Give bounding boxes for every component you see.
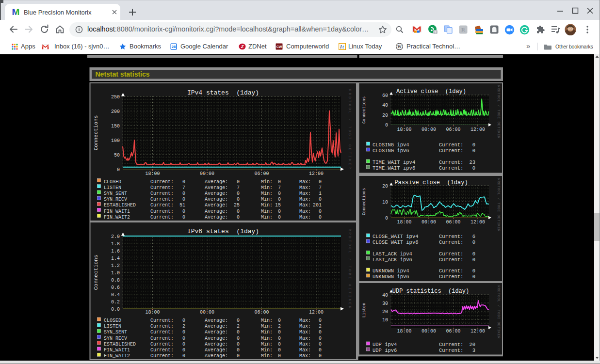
svg-text:200: 200 — [111, 109, 120, 114]
svg-text:Min:: Min: — [261, 353, 273, 359]
svg-text:l: l — [341, 44, 342, 49]
svg-text:Current:: Current: — [150, 191, 174, 196]
svg-text:Netstat statistics: Netstat statistics — [96, 70, 150, 78]
svg-text:FIN_WAIT2: FIN_WAIT2 — [104, 215, 130, 220]
svg-text:0.0: 0.0 — [111, 307, 120, 312]
svg-text:0: 0 — [182, 348, 185, 353]
svg-text:Current:: Current: — [439, 159, 463, 165]
svg-text:Max:: Max: — [299, 203, 311, 208]
svg-text:Max:: Max: — [299, 336, 311, 341]
svg-text:FIN_WAIT1: FIN_WAIT1 — [104, 348, 130, 353]
svg-text:Min:: Min: — [261, 348, 273, 353]
svg-text:Max:: Max: — [299, 185, 311, 190]
svg-text:Min:: Min: — [261, 209, 273, 214]
svg-text:Average:: Average: — [205, 203, 228, 208]
svg-text:SYN_SENT: SYN_SENT — [104, 191, 127, 196]
svg-text:Current:: Current: — [439, 268, 463, 274]
svg-text:Current:: Current: — [150, 197, 174, 202]
svg-text:00:00: 00:00 — [200, 171, 214, 176]
svg-text:06:00: 06:00 — [254, 310, 269, 315]
svg-text:Average:: Average: — [205, 336, 228, 341]
svg-text:Current:: Current: — [439, 342, 463, 348]
svg-text:R: R — [461, 27, 466, 32]
svg-text:RRDTOOL / TOBI OETIKER: RRDTOOL / TOBI OETIKER — [497, 85, 501, 139]
svg-text:150: 150 — [111, 124, 120, 129]
svg-text:CLOSED: CLOSED — [104, 318, 121, 323]
svg-text:Current:: Current: — [150, 203, 174, 208]
svg-text:SYN_RECV: SYN_RECV — [104, 336, 127, 341]
svg-text:18:00: 18:00 — [397, 329, 411, 334]
svg-text:Min:: Min: — [261, 318, 273, 323]
svg-text:TIME_WAIT ipv6: TIME_WAIT ipv6 — [373, 165, 415, 171]
svg-text:?: ? — [434, 31, 436, 34]
svg-text:28: 28 — [172, 45, 176, 49]
svg-text:Current:: Current: — [150, 179, 174, 185]
svg-text:0: 0 — [237, 330, 240, 335]
svg-text:Min:: Min: — [261, 324, 273, 329]
svg-text:Average:: Average: — [205, 209, 228, 214]
svg-text:Connections: Connections — [93, 115, 99, 151]
svg-text:Passive close (1day): Passive close (1day) — [394, 179, 468, 186]
svg-text:RRDTOOL / TOBI OETIKER: RRDTOOL / TOBI OETIKER — [497, 178, 501, 232]
svg-text:RRDTOOL / TOBI OETIKER: RRDTOOL / TOBI OETIKER — [348, 229, 352, 310]
svg-text:Max:: Max: — [299, 348, 311, 353]
svg-text:CLOSE_WAIT ipv6: CLOSE_WAIT ipv6 — [373, 239, 419, 245]
svg-text:Max:: Max: — [299, 324, 311, 329]
svg-text:0: 0 — [319, 330, 322, 335]
svg-text:0: 0 — [278, 179, 281, 185]
svg-text:0: 0 — [319, 353, 322, 359]
svg-text:Max:: Max: — [299, 209, 311, 214]
svg-text:0.2: 0.2 — [111, 300, 120, 305]
svg-text:00:00: 00:00 — [422, 220, 436, 225]
svg-text:0: 0 — [237, 353, 240, 359]
svg-text:12:00: 12:00 — [309, 171, 324, 176]
svg-text:0: 0 — [182, 342, 185, 347]
svg-text:Current:: Current: — [150, 348, 174, 353]
svg-text:100: 100 — [111, 138, 120, 143]
svg-text:0: 0 — [237, 336, 240, 341]
svg-text:Min:: Min: — [261, 197, 273, 202]
svg-text:23: 23 — [469, 159, 475, 165]
svg-text:06:00: 06:00 — [446, 220, 460, 225]
svg-text:0: 0 — [237, 209, 240, 214]
svg-text:CLOSING ipv4: CLOSING ipv4 — [373, 142, 409, 148]
svg-text:Current:: Current: — [439, 234, 463, 239]
svg-text:Max:: Max: — [299, 353, 311, 359]
svg-text:0: 0 — [472, 239, 475, 245]
svg-text:0: 0 — [319, 179, 322, 185]
svg-text:0: 0 — [472, 268, 475, 274]
svg-text:Max:: Max: — [299, 191, 311, 196]
svg-text:Current:: Current: — [150, 330, 174, 335]
svg-text:12:00: 12:00 — [309, 310, 324, 315]
svg-text:00:00: 00:00 — [422, 127, 436, 132]
svg-text:0: 0 — [182, 191, 185, 196]
svg-text:7: 7 — [278, 185, 281, 190]
svg-text:12:00: 12:00 — [470, 127, 485, 132]
svg-text:0: 0 — [182, 353, 185, 359]
svg-text:Current:: Current: — [439, 348, 463, 353]
svg-text:0: 0 — [237, 342, 240, 347]
svg-text:1: 1 — [319, 191, 322, 196]
svg-text:Current:: Current: — [150, 215, 174, 220]
svg-text:LAST_ACK ipv6: LAST_ACK ipv6 — [373, 257, 412, 263]
svg-text:0: 0 — [319, 342, 322, 347]
svg-text:2: 2 — [319, 324, 322, 329]
svg-text:201: 201 — [313, 203, 322, 208]
svg-text:1.8: 1.8 — [111, 241, 120, 247]
svg-text:0.4: 0.4 — [111, 292, 120, 298]
svg-text:0: 0 — [472, 148, 475, 154]
svg-text:06:00: 06:00 — [446, 329, 460, 334]
svg-text:Current:: Current: — [150, 342, 174, 347]
svg-text:Max:: Max: — [299, 197, 311, 202]
svg-text:1.4: 1.4 — [111, 256, 120, 261]
svg-text:0: 0 — [319, 336, 322, 341]
svg-text:0: 0 — [472, 251, 475, 257]
svg-text:7: 7 — [319, 185, 322, 190]
svg-text:0: 0 — [319, 318, 322, 323]
svg-text:IPv4 states (1day): IPv4 states (1day) — [187, 89, 259, 96]
svg-text:Max:: Max: — [299, 215, 311, 220]
svg-text:0: 0 — [182, 336, 185, 341]
svg-text:Current:: Current: — [439, 251, 463, 257]
svg-text:ESTABLISHED: ESTABLISHED — [104, 342, 136, 347]
svg-text:LAST_ACK ipv4: LAST_ACK ipv4 — [373, 251, 412, 257]
